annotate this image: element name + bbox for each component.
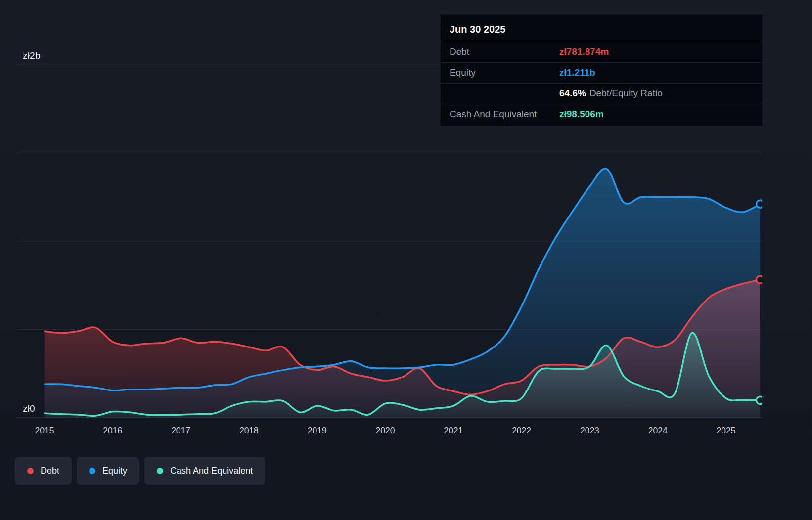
svg-text:2020: 2020: [376, 426, 395, 435]
svg-text:2017: 2017: [171, 426, 190, 435]
equity-legend-dot-icon: [89, 468, 95, 474]
legend-item-equity-label: Equity: [102, 466, 127, 476]
debt-legend-dot-icon: [27, 468, 34, 474]
tooltip-equity-value: zł1.211b: [559, 67, 595, 78]
tooltip-ratio-value: 64.6%: [559, 88, 586, 98]
svg-text:2025: 2025: [717, 426, 736, 435]
legend-item-equity[interactable]: Equity: [77, 457, 139, 485]
tooltip-debt-label: Debt: [450, 46, 559, 57]
cash-legend-dot-icon: [157, 468, 163, 474]
svg-text:2021: 2021: [444, 426, 463, 435]
legend-item-debt[interactable]: Debt: [15, 457, 72, 485]
tooltip-debt-row: Debt zł781.874m: [441, 42, 762, 62]
tooltip-cash-value: zł98.506m: [559, 109, 604, 120]
svg-text:2023: 2023: [580, 426, 599, 435]
legend-item-cash-label: Cash And Equivalent: [170, 466, 253, 476]
tooltip-ratio-label: Debt/Equity Ratio: [589, 88, 663, 98]
svg-text:2019: 2019: [308, 426, 327, 435]
tooltip-cash-row: Cash And Equivalent zł98.506m: [441, 104, 762, 125]
svg-text:2024: 2024: [648, 426, 668, 435]
svg-text:2018: 2018: [239, 426, 259, 435]
tooltip-equity-row: Equity zł1.211b: [441, 62, 762, 83]
legend-item-cash[interactable]: Cash And Equivalent: [144, 457, 265, 485]
tooltip-cash-label: Cash And Equivalent: [450, 109, 559, 120]
legend-item-debt-label: Debt: [41, 466, 59, 476]
svg-text:2015: 2015: [35, 426, 54, 435]
svg-text:2022: 2022: [512, 426, 531, 435]
legend: Debt Equity Cash And Equivalent: [15, 457, 265, 485]
tooltip-date: Jun 30 2025: [441, 18, 762, 42]
tooltip-ratio-row: 64.6%Debt/Equity Ratio: [441, 83, 762, 104]
tooltip: Jun 30 2025 Debt zł781.874m Equity zł1.2…: [440, 14, 763, 126]
tooltip-debt-value: zł781.874m: [559, 46, 609, 57]
svg-text:2016: 2016: [103, 426, 122, 435]
tooltip-equity-label: Equity: [450, 67, 559, 78]
